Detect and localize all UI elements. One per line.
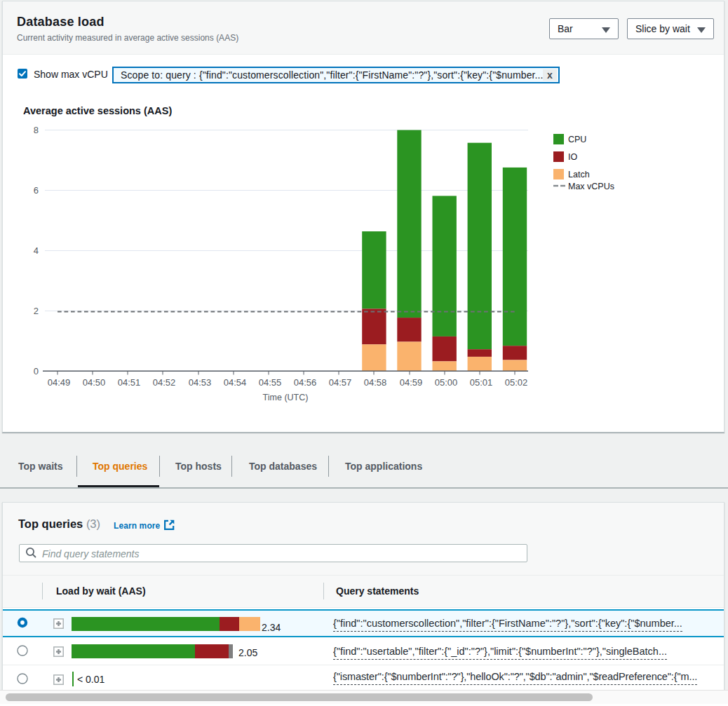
svg-text:04:51: 04:51 bbox=[118, 377, 141, 388]
svg-text:IO: IO bbox=[568, 152, 577, 162]
svg-text:2: 2 bbox=[34, 306, 39, 316]
svg-text:4: 4 bbox=[34, 245, 39, 256]
svg-text:04:57: 04:57 bbox=[329, 377, 352, 388]
svg-text:04:52: 04:52 bbox=[153, 377, 176, 388]
svg-text:Time (UTC): Time (UTC) bbox=[263, 393, 309, 402]
svg-text:CPU: CPU bbox=[568, 135, 586, 144]
svg-text:04:50: 04:50 bbox=[83, 377, 106, 388]
svg-text:05:02: 05:02 bbox=[505, 377, 528, 388]
svg-text:05:01: 05:01 bbox=[470, 377, 493, 388]
svg-text:Max vCPUs: Max vCPUs bbox=[568, 182, 614, 191]
svg-text:04:59: 04:59 bbox=[400, 377, 423, 388]
svg-text:04:49: 04:49 bbox=[48, 377, 71, 388]
svg-text:04:53: 04:53 bbox=[189, 377, 212, 388]
svg-text:04:58: 04:58 bbox=[364, 377, 387, 388]
svg-text:04:55: 04:55 bbox=[259, 377, 282, 388]
svg-text:04:56: 04:56 bbox=[294, 377, 317, 388]
svg-text:05:00: 05:00 bbox=[435, 377, 458, 388]
svg-text:04:54: 04:54 bbox=[224, 377, 247, 388]
svg-text:8: 8 bbox=[34, 125, 39, 135]
svg-text:6: 6 bbox=[34, 185, 39, 196]
svg-text:Latch: Latch bbox=[568, 170, 590, 179]
svg-text:0: 0 bbox=[34, 366, 39, 376]
